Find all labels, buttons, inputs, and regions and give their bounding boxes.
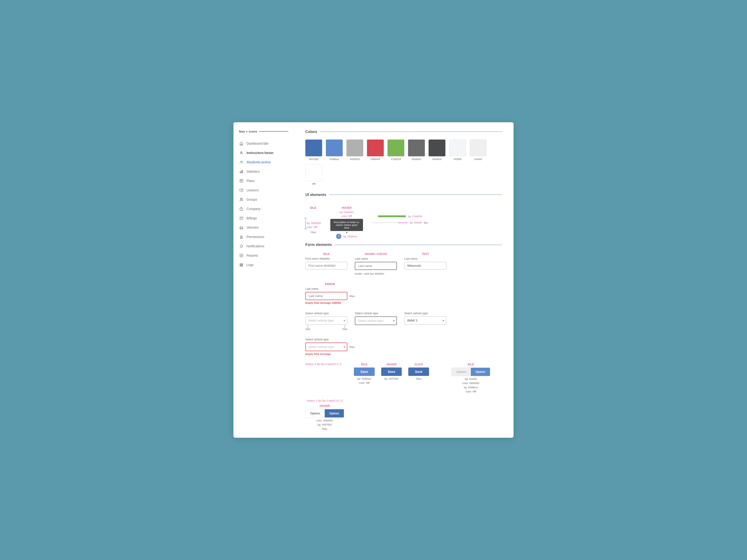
color-swatch-1: #4470b2	[305, 139, 322, 161]
select-col-idle: Select vehicle type Select vehicle type …	[305, 312, 347, 330]
logs-icon	[239, 263, 244, 267]
color-label-2: #5d8ace	[329, 158, 339, 161]
btn-save-click-block: CLICK Save 30px	[408, 363, 429, 380]
first-name-input[interactable]	[305, 262, 347, 269]
last-name-text-input[interactable]	[404, 262, 446, 269]
instructors-label: Instructors:hover	[247, 151, 274, 155]
color-swatch-4: #d8444f	[367, 139, 384, 161]
color-label-10: #fff	[312, 183, 316, 185]
plans-icon	[239, 179, 244, 183]
ui-elements-row: IDLE bg: #b0b0b0 color: #fff 15px HOVER	[305, 203, 503, 243]
option-idle-right[interactable]: Option	[471, 368, 490, 376]
option-idle-bg: bg: #efefef	[465, 377, 477, 380]
sidebar-section-title: Nav + icons	[233, 130, 294, 135]
vehicles-label: Vehicles	[247, 225, 259, 229]
tooltip-box: Description of what co-owner means goes …	[330, 219, 363, 231]
save-click-button[interactable]: Save	[408, 368, 429, 376]
option-idle-color: color: #b0b0b0	[462, 382, 480, 384]
color-label-9: #efefef	[474, 158, 482, 161]
last-name-error-input[interactable]	[305, 292, 347, 300]
color-label-4: #d8444f	[371, 158, 380, 161]
select-text-field[interactable]: BMW 3	[404, 316, 446, 325]
groups-icon	[239, 197, 244, 202]
form-error-label: ERROR	[305, 283, 355, 286]
colors-row: #4470b2 #5d8ace #b0b0b0 #d8444f #7ab554 …	[305, 139, 503, 185]
tooltip-text: Description of what co-owner means goes …	[334, 221, 360, 229]
last-name-hover-input[interactable]	[355, 262, 397, 270]
svg-rect-0	[241, 144, 242, 145]
main-content: Colors #4470b2 #5d8ace #b0b0b0 #d8444f	[294, 122, 514, 438]
select-hover-wrap: Select vehicle type ▾	[355, 316, 397, 325]
sidebar-item-groups[interactable]: Groups	[233, 195, 294, 204]
form-elements-title: Form elements	[305, 243, 332, 247]
select-idle-field-wrap: Select vehicle type ▾	[305, 316, 347, 325]
color-box-5	[387, 139, 404, 156]
sidebar-nav: Dashboard:idle Instructors:hover	[233, 139, 294, 269]
bracket-left-label: 15px	[305, 328, 310, 330]
ui-progress-block: bg: #7ab554 bg: #efefef 5px	[372, 215, 428, 225]
sidebar-item-permissions[interactable]: Permissions	[233, 232, 294, 241]
last-name-text-label: Last name	[404, 257, 446, 260]
permissions-label: Permissions	[247, 235, 264, 239]
color-swatch-6: #6a6b6c	[408, 139, 425, 161]
select-hover-field[interactable]: Select vehicle type	[355, 316, 397, 325]
hover-shadow-note: shadow: 0 3px 6px 0 rgba(0,0,0,.3)	[307, 399, 343, 402]
first-name-field-label: First name #6a6b6c	[305, 257, 347, 260]
sidebar-item-notifications[interactable]: Notifications	[233, 241, 294, 251]
person-icon	[239, 151, 244, 155]
color-box-8	[449, 139, 466, 156]
svg-rect-6	[242, 170, 243, 173]
color-box-3	[346, 139, 363, 156]
progress-bar-green	[378, 215, 406, 217]
svg-rect-27	[240, 266, 243, 266]
help-icon[interactable]: ?	[336, 234, 341, 239]
shadow-note-block: shadow: 0 3px 6px 0 rgba(0,0,0,.2)	[305, 363, 347, 365]
sidebar-item-statistics[interactable]: Statistics	[233, 167, 294, 176]
hover-color-label: color: #fff	[341, 214, 352, 218]
color-label-7: #4a4b4c	[432, 158, 442, 161]
sidebar-item-students[interactable]: Students:active	[233, 158, 294, 167]
select-error-field[interactable]: Select vehicle type	[305, 343, 347, 351]
sidebar-item-vehicles[interactable]: Vehicles	[233, 223, 294, 232]
sidebar-item-lessons[interactable]: Lessons	[233, 186, 294, 195]
plans-label: Plans	[247, 179, 255, 183]
sidebar-item-plans[interactable]: Plans	[233, 176, 294, 186]
save-idle-button[interactable]: Save	[354, 368, 375, 376]
color-box-10	[305, 164, 322, 181]
bracket-right-label: 15px	[342, 328, 347, 330]
reports-label: Reports	[247, 254, 258, 257]
select-text-label: Select vehicle type	[404, 312, 446, 315]
sidebar-item-dashboard[interactable]: Dashboard:idle	[233, 139, 294, 148]
option-hover-left[interactable]: Option	[306, 409, 325, 418]
svg-rect-26	[240, 254, 243, 257]
color-box-2	[326, 139, 343, 156]
vehicles-icon	[239, 225, 244, 230]
btn-click-label: CLICK	[414, 363, 423, 366]
ui-elements-section-line	[329, 195, 503, 195]
sidebar-item-logs[interactable]: Logs	[233, 260, 294, 269]
ui-elements-section-header: UI elements	[305, 193, 503, 197]
select-idle-field[interactable]: Select vehicle type	[305, 316, 347, 325]
divider-15px-label: 15px	[310, 231, 316, 234]
option-group-idle: Option Option	[452, 368, 490, 376]
sidebar-item-reports[interactable]: Reports	[233, 251, 294, 260]
color-box-7	[429, 139, 445, 156]
option-hover-right[interactable]: Option	[325, 409, 344, 418]
notifications-label: Notifications	[247, 244, 264, 248]
color-box-1	[305, 139, 322, 156]
save-hover-bg: bg: #4470b2	[384, 377, 398, 380]
colors-section-line	[320, 132, 503, 132]
save-hover-button[interactable]: Save	[381, 368, 402, 376]
sidebar-item-billings[interactable]: Billings	[233, 213, 294, 223]
select-col-text: Select vehicle type BMW 3 ▾	[404, 312, 446, 325]
svg-point-14	[242, 198, 243, 199]
error-msg: Empty field message #d8444f	[305, 301, 355, 304]
color-swatch-7: #4a4b4c	[429, 139, 445, 161]
form-selects-row: Select vehicle type Select vehicle type …	[305, 312, 503, 355]
option-idle-left[interactable]: Option	[452, 368, 471, 376]
notifications-icon	[239, 244, 244, 248]
option-active-bg: bg: #5d8ace	[464, 386, 478, 389]
sidebar-item-instructors[interactable]: Instructors:hover	[233, 148, 294, 158]
sidebar-item-company[interactable]: Company	[233, 204, 294, 213]
last-name-error-label: Last name	[305, 287, 355, 291]
